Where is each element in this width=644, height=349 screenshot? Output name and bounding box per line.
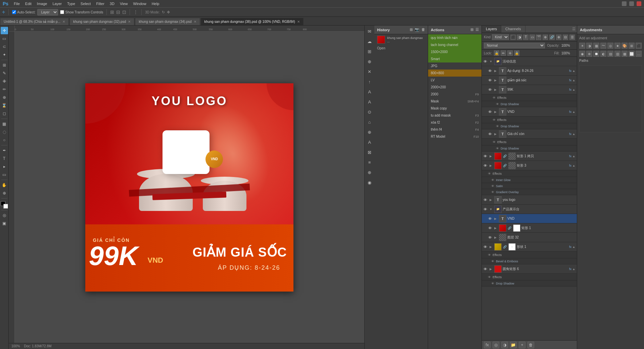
actions-icon-1[interactable]: ⊞ bbox=[470, 28, 473, 32]
expand-3[interactable]: ▶ bbox=[493, 87, 498, 92]
action-item-2[interactable]: 1500×2000 bbox=[428, 48, 481, 55]
menu-window[interactable]: Window bbox=[133, 2, 146, 6]
spot-heal-tool[interactable]: ✙ bbox=[1, 78, 8, 85]
filter-shape-icon[interactable]: ▭ bbox=[530, 35, 535, 40]
lock-position-btn[interactable]: ✛ bbox=[507, 50, 513, 56]
auto-select-select[interactable]: Layer Group bbox=[37, 9, 58, 15]
action-item-9[interactable]: Mask Shift+F4 bbox=[428, 98, 481, 105]
tab-channels[interactable]: Channels bbox=[501, 26, 525, 33]
select-rect-tool[interactable]: ▭ bbox=[1, 35, 8, 42]
layer-icon-3[interactable]: ⊕ bbox=[556, 35, 561, 40]
layer-icon-4[interactable]: ⊟ bbox=[563, 35, 568, 40]
visibility-10[interactable]: 👁 bbox=[487, 225, 493, 231]
effects-eye-13[interactable]: 👁 bbox=[488, 275, 493, 279]
move-tool[interactable]: ✛ bbox=[1, 27, 8, 34]
tab-1-close[interactable]: ✕ bbox=[128, 20, 131, 24]
layer-row-4[interactable]: 👁 ▶ T VND fx ▲ bbox=[482, 107, 577, 117]
crop-tool[interactable]: ⊞ bbox=[1, 61, 8, 69]
side-icon-4[interactable]: ⊕ bbox=[365, 57, 374, 66]
layer-row-13[interactable]: 👁 ▶ 圆角矩形 6 fx ▲ bbox=[482, 264, 577, 274]
tab-layers[interactable]: Layers bbox=[482, 26, 501, 33]
expand-fx-3[interactable]: ▲ bbox=[571, 87, 576, 92]
side-icon-16[interactable]: ◉ bbox=[365, 178, 374, 187]
history-brush-tool[interactable]: ⌛ bbox=[1, 102, 8, 109]
layers-list[interactable]: 👁 ▼ 📁 活动信息 👁 ▶ T Áp dụng: 8-24-26 fx ▲ 👁 bbox=[482, 57, 577, 340]
adj-selective-color[interactable]: ⬜ bbox=[629, 51, 635, 57]
maximize-button[interactable] bbox=[629, 1, 634, 6]
tab-1[interactable]: khung san pham dungmax (32).psd ✕ bbox=[70, 18, 134, 25]
adj-bw[interactable]: ⬛ bbox=[636, 43, 642, 49]
effects-eye-4[interactable]: 👁 bbox=[493, 118, 497, 122]
adj-channel-mixer[interactable]: ⊕ bbox=[586, 51, 592, 57]
auto-select-checkbox[interactable] bbox=[12, 10, 16, 14]
menu-view[interactable]: View bbox=[120, 2, 128, 6]
new-group-btn[interactable]: 📁 bbox=[510, 342, 517, 348]
layer-row-12[interactable]: 👁 ▶ 🔗 s 形状 1 fx ▲ bbox=[482, 242, 577, 252]
new-layer-btn[interactable]: + bbox=[519, 342, 525, 348]
new-adj-btn[interactable]: ◑ bbox=[501, 342, 508, 348]
dodge-tool[interactable]: ○ bbox=[1, 136, 8, 144]
side-icon-9[interactable]: ⊙ bbox=[365, 107, 374, 116]
expand-5[interactable]: ▶ bbox=[493, 132, 498, 136]
align-right-icon[interactable]: ⊡ bbox=[122, 9, 126, 15]
effects-eye-12[interactable]: 👁 bbox=[488, 253, 493, 257]
adj-exposure[interactable]: ◎ bbox=[607, 43, 613, 49]
layer-row-6[interactable]: 👁 ▶ 🔗 矩形 1 拷贝 fx ▲ bbox=[482, 151, 577, 161]
blur-tool[interactable]: ◌ bbox=[1, 128, 8, 136]
filter-pixel-icon[interactable]: ⬛ bbox=[510, 35, 516, 40]
layer-row-5[interactable]: 👁 ▶ T Giá chỉ còn fx ▲ bbox=[482, 129, 577, 139]
visibility-11[interactable]: 👁 bbox=[487, 234, 493, 241]
lock-transparent-btn[interactable]: 🔒 bbox=[494, 50, 499, 56]
action-item-1[interactable]: tach bong channel bbox=[428, 41, 481, 48]
quick-mask-icon[interactable]: ◎ bbox=[1, 212, 8, 219]
effects-eye-3[interactable]: 👁 bbox=[493, 96, 497, 99]
adj-contrast[interactable]: ◑ bbox=[586, 43, 592, 49]
pen-tool[interactable]: ✒ bbox=[1, 147, 8, 154]
side-icon-7[interactable]: A bbox=[365, 87, 374, 96]
screen-mode-icon[interactable]: ▣ bbox=[1, 220, 8, 227]
adj-curves[interactable]: 〜 bbox=[600, 43, 606, 49]
effect-eye-7a[interactable]: 👁 bbox=[491, 178, 496, 182]
side-icon-13[interactable]: ⊠ bbox=[365, 148, 374, 157]
action-item-6[interactable]: LV bbox=[428, 77, 481, 84]
layer-row-10[interactable]: 👁 ▶ 🔗 矩形 1 bbox=[482, 223, 577, 233]
expand-fx-1[interactable]: ▲ bbox=[571, 69, 576, 73]
expand-1[interactable]: ▶ bbox=[493, 69, 498, 73]
effect-eye-3a[interactable]: 👁 bbox=[496, 102, 501, 106]
layer-row-3[interactable]: 👁 ▶ T 99K fx ▲ bbox=[482, 85, 577, 94]
expand-fx-12[interactable]: ▲ bbox=[571, 245, 576, 249]
side-icon-15[interactable]: ⊕ bbox=[365, 168, 374, 177]
rotate-3d-icon[interactable]: ↻ bbox=[162, 10, 165, 14]
layer-row-7[interactable]: 👁 ▶ 🔗 矩形 3 fx ▲ bbox=[482, 161, 577, 170]
color-swatches[interactable] bbox=[1, 201, 8, 209]
action-item-0[interactable]: quy trinh tách nền bbox=[428, 34, 481, 41]
action-item-5[interactable]: 800×800 bbox=[428, 70, 481, 77]
adj-more[interactable]: … bbox=[636, 51, 642, 57]
visibility-13[interactable]: 👁 bbox=[482, 266, 489, 272]
visibility-3[interactable]: 👁 bbox=[487, 87, 493, 93]
adj-levels[interactable]: ▦ bbox=[593, 43, 599, 49]
delete-layer-btn[interactable]: 🗑 bbox=[527, 342, 534, 348]
menu-type[interactable]: Type bbox=[67, 2, 75, 6]
tab-2[interactable]: khung san pham dungmax (34).psd ✕ bbox=[135, 18, 200, 25]
effects-eye-5[interactable]: 👁 bbox=[493, 140, 497, 144]
lasso-tool[interactable]: ⊂ bbox=[1, 43, 8, 50]
history-item-main[interactable]: khung san pham dungmax ... bbox=[374, 34, 428, 45]
action-item-11[interactable]: tu add massk F3 bbox=[428, 112, 481, 119]
visibility-group2[interactable]: 👁 bbox=[482, 206, 489, 212]
menu-file[interactable]: File bbox=[14, 2, 20, 6]
effect-eye-13a[interactable]: 👁 bbox=[491, 282, 496, 285]
expand-7[interactable]: ▶ bbox=[489, 163, 493, 168]
tab-3-close[interactable]: ✕ bbox=[297, 20, 300, 24]
layer-icon-5[interactable]: ☰ bbox=[569, 35, 575, 40]
visibility-group1[interactable]: 👁 bbox=[482, 58, 489, 64]
tab-2-close[interactable]: ✕ bbox=[194, 20, 196, 24]
side-icon-3[interactable]: ⊞ bbox=[365, 47, 374, 56]
expand-fx-5[interactable]: ▲ bbox=[571, 132, 576, 136]
minimize-button[interactable] bbox=[622, 1, 627, 6]
expand-2[interactable]: ▶ bbox=[493, 78, 498, 83]
action-item-4[interactable]: JPG bbox=[428, 62, 481, 70]
action-item-14[interactable]: RT Model F10 bbox=[428, 133, 481, 140]
side-icon-14[interactable]: ≡ bbox=[365, 158, 374, 167]
side-icon-8[interactable]: A bbox=[365, 97, 374, 106]
